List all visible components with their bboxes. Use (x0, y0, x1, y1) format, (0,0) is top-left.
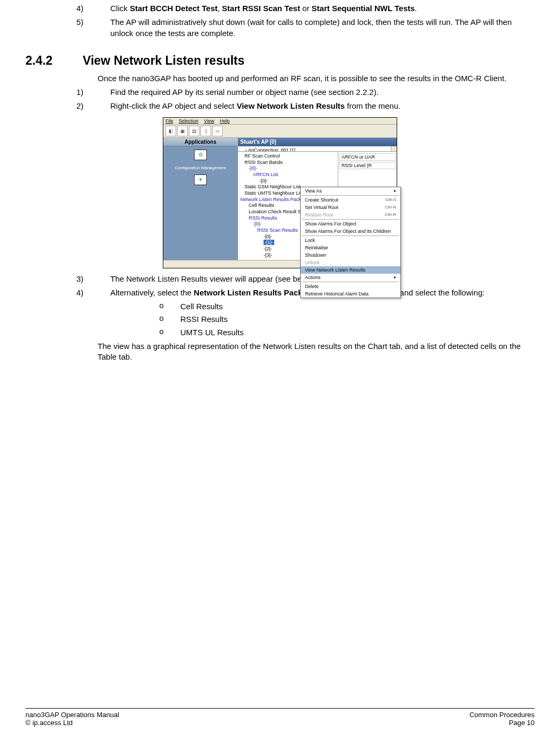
section-heading: 2.4.2 View Network Listen results (25, 54, 535, 68)
nlr-step-3-num: 3) (25, 274, 110, 284)
right-panel-title: Stuart's AP [0] (238, 138, 397, 146)
field-rssi[interactable]: RSSI Level (R (339, 162, 396, 169)
section-title: View Network Listen results (83, 54, 244, 68)
nlr2-b: View Network Listen Results (237, 101, 345, 110)
step-4-number: 4) (25, 3, 110, 14)
section-intro: Once the nano3GAP has booted up and perf… (98, 73, 535, 84)
ctx-unlock: Unlock (301, 259, 400, 266)
step4-b2: Start RSSI Scan Test (222, 4, 300, 13)
toolbar-btn-3[interactable]: ▤ (189, 126, 199, 136)
bullet: o (132, 327, 180, 338)
step4-pre: Click (110, 4, 130, 13)
object-tree[interactable]: ▪ ApConnection_001 [1] ▪ James's 108boar… (238, 146, 397, 152)
footer-manual-title: nano3GAP Operations Manual (25, 711, 119, 719)
section-number: 2.4.2 (25, 54, 83, 68)
ctx-delete[interactable]: Delete (301, 283, 400, 290)
sublist-item-text: Cell Results (180, 301, 223, 312)
ctx-restore-root: Restore RootCtrl-R (301, 211, 400, 219)
step-4: 4) Click Start BCCH Detect Test, Start R… (25, 3, 535, 14)
applications-panel: Applications ⚙ Configuration Management … (163, 138, 238, 260)
sublist-item-text: UMTS UL Results (180, 327, 243, 338)
step4-b3: Start Sequential NWL Tests (312, 4, 415, 13)
menu-selection[interactable]: Selection (179, 118, 198, 124)
app-icon-2-icon: ✦ (194, 175, 207, 185)
toolbar-btn-4[interactable]: ▯ (200, 126, 211, 136)
step4-m1: , (217, 4, 222, 13)
nlr-step-4-num: 4) (25, 287, 110, 298)
step-5-text: The AP will administratively shut down (… (110, 17, 535, 39)
nlr4-pre: Alternatively, select the (110, 288, 194, 297)
footer-page-number: Page 10 (469, 719, 535, 727)
nlr-step-2-num: 2) (25, 101, 110, 111)
closing-paragraph: The view has a graphical representation … (98, 341, 535, 363)
right-panel: Stuart's AP [0] ▪ ApConnection_001 [1] ▪… (238, 138, 397, 260)
app-icon-2[interactable]: ✦ (167, 175, 234, 185)
nlr2-post: from the menu. (345, 101, 400, 110)
toolbar-btn-2[interactable]: ▣ (177, 126, 188, 136)
submenu-arrow-icon: ▸ (394, 188, 396, 193)
sublist-umts-ul-results: o UMTS UL Results (132, 327, 535, 338)
menu-file[interactable]: File (165, 118, 173, 124)
ctx-show-alarms-object[interactable]: Show Alarms For Object (301, 220, 400, 228)
submenu-arrow-icon: ▸ (394, 275, 396, 280)
page-body: 4) Click Start BCCH Detect Test, Start R… (0, 3, 560, 362)
app-icon-1[interactable]: ⚙ (167, 150, 234, 160)
footer-left: nano3GAP Operations Manual © ip.access L… (25, 711, 119, 727)
menu-bar[interactable]: File Selection View Help (163, 118, 397, 125)
sublist-rssi-results: o RSSI Results (132, 314, 535, 325)
main-split: Applications ⚙ Configuration Management … (163, 138, 397, 260)
ctx-separator (302, 195, 399, 196)
config-mgmt-icon: ⚙ (194, 150, 207, 160)
nlr-step-4: 4) Alternatively, select the Network Lis… (25, 287, 535, 298)
sublist-item-text: RSSI Results (180, 314, 228, 325)
step-5-number: 5) (25, 17, 110, 39)
ctx-separator (302, 236, 399, 236)
ctx-actions[interactable]: Actions▸ (301, 274, 400, 281)
toolbar-btn-5[interactable]: ▭ (212, 126, 223, 136)
nav-row[interactable]: -[0]- (240, 178, 336, 185)
footer-section: Common Procedures (469, 711, 535, 719)
ctx-view-network-listen-results[interactable]: View Network Listen Results (301, 266, 400, 274)
footer-copyright: © ip.access Ltd (25, 719, 119, 727)
footer-right: Common Procedures Page 10 (469, 711, 535, 727)
nlr-step-1-text: Find the required AP by its serial numbe… (110, 87, 535, 98)
nav-row[interactable]: ARFCN List (240, 172, 336, 178)
ctx-view-as[interactable]: View As▸ (301, 187, 400, 195)
nlr-step-1-num: 1) (25, 87, 110, 98)
menu-view[interactable]: View (204, 118, 214, 124)
toolbar-btn-1[interactable]: ◧ (165, 126, 176, 136)
nlr-step-1: 1) Find the required AP by its serial nu… (25, 87, 535, 98)
ctx-set-virtual-root[interactable]: Set Virtual RootCtrl-N (301, 204, 400, 211)
ctx-retrieve-historical[interactable]: Retrieve Historical Alarm Data (301, 290, 400, 298)
ctx-separator (302, 282, 399, 282)
nlr2-pre: Right-click the AP object and select (110, 101, 237, 110)
ctx-separator (302, 219, 399, 220)
scrollbar-vertical[interactable] (391, 146, 397, 152)
ctx-show-alarms-children[interactable]: Show Alarms For Object and its Children (301, 228, 400, 235)
ctx-shutdown[interactable]: Shutdown (301, 251, 400, 259)
field-arfcn[interactable]: ARFCN or UAR (339, 153, 396, 161)
nlr-step-3: 3) The Network Listen Results viewer wil… (25, 274, 535, 284)
ctx-reinitialise[interactable]: Reinitialise (301, 244, 400, 251)
bullet: o (132, 301, 180, 312)
nlr4-b: Network Listen Results Package (194, 288, 316, 297)
tree-row[interactable]: ▪ ApConnection_001 [1] (240, 147, 395, 152)
app-window: File Selection View Help ◧ ▣ ▤ ▯ ▭ Appli… (163, 117, 397, 268)
bullet: o (132, 314, 180, 325)
toolbar: ◧ ▣ ▤ ▯ ▭ (163, 125, 397, 138)
node-icon: ▪ (246, 148, 247, 152)
page-footer: nano3GAP Operations Manual © ip.access L… (25, 708, 535, 727)
ctx-create-shortcut[interactable]: Create ShortcutCtrl-S (301, 196, 400, 204)
nav-row[interactable]: -[0]- (240, 165, 336, 172)
applications-title: Applications (163, 138, 238, 146)
nlr-step-2-text: Right-click the AP object and select Vie… (110, 101, 535, 111)
applications-body: ⚙ Configuration Management ✦ (163, 146, 238, 260)
step4-post: . (415, 4, 417, 13)
step4-m2: or (300, 4, 312, 13)
ctx-lock[interactable]: Lock (301, 237, 400, 244)
menu-help[interactable]: Help (220, 118, 230, 124)
nlr-step-2: 2) Right-click the AP object and select … (25, 101, 535, 111)
nav-row[interactable]: RF Scan Control (240, 153, 336, 160)
step-5: 5) The AP will administratively shut dow… (25, 17, 535, 39)
nav-row[interactable]: RSSI Scan Bands (240, 160, 336, 166)
